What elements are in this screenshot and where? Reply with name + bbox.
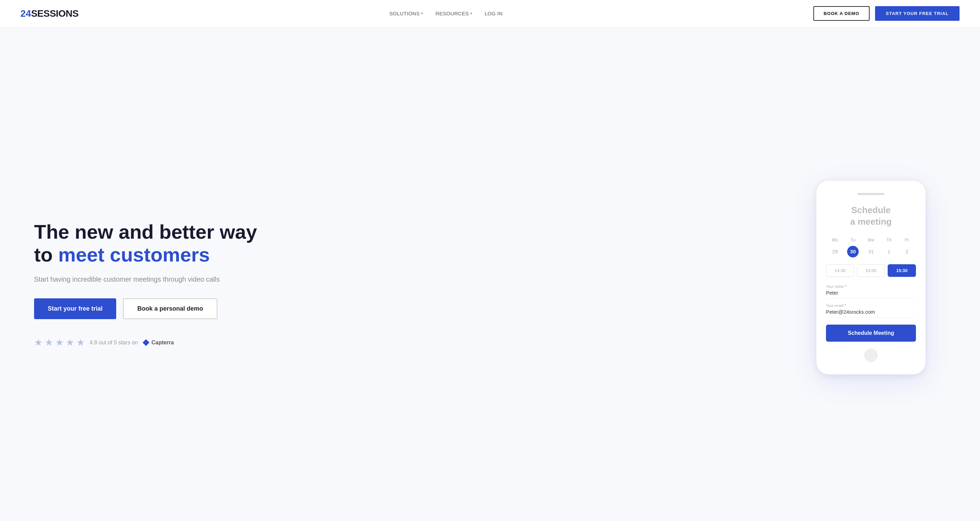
- cal-day-th: Th: [880, 237, 898, 242]
- book-demo-hero-button[interactable]: Book a personal demo: [123, 298, 217, 319]
- capterra-badge[interactable]: Capterra: [142, 339, 174, 346]
- cal-date-30[interactable]: 30: [847, 246, 859, 257]
- star-rating: ★ ★ ★ ★ ★: [34, 337, 85, 348]
- email-value: Peter@24srocks.com: [826, 309, 916, 318]
- name-label: Your name *: [826, 284, 916, 288]
- hero-cta-group: Start your free trial Book a personal de…: [34, 298, 257, 319]
- nav-actions: BOOK A DEMO START YOUR FREE TRIAL: [813, 6, 959, 21]
- cal-date-31[interactable]: 31: [865, 246, 877, 257]
- logo-text: SESSIONS: [31, 8, 78, 19]
- logo[interactable]: 24 SESSIONS: [21, 8, 78, 19]
- cal-date-1[interactable]: 1: [883, 246, 895, 257]
- hero-content: The new and better way to meet customers…: [34, 207, 257, 348]
- nav-links: SOLUTIONS ▾ RESOURCES ▾ LOG IN: [389, 11, 502, 16]
- hero-subtitle: Start having incredible customer meeting…: [34, 276, 257, 284]
- cal-date-2[interactable]: 2: [901, 246, 913, 257]
- book-demo-button[interactable]: BOOK A DEMO: [813, 6, 870, 21]
- capterra-icon: [142, 339, 149, 346]
- cal-day-fr: Fr: [898, 237, 916, 242]
- star-1: ★: [34, 337, 43, 348]
- email-label: Your email *: [826, 303, 916, 308]
- booking-form: Your name * Peter Your email * Peter@24s…: [826, 284, 916, 342]
- hero-section: The new and better way to meet customers…: [0, 27, 980, 521]
- name-required: *: [845, 284, 846, 288]
- star-4: ★: [66, 337, 74, 348]
- hero-title-line1: The new and better way: [34, 221, 257, 243]
- cal-day-mo: Mo: [826, 237, 844, 242]
- hero-title-line2-plain: to: [34, 244, 58, 266]
- nav-solutions[interactable]: SOLUTIONS ▾: [389, 11, 423, 16]
- email-required: *: [845, 303, 846, 308]
- time-slots: 14:30 15:00 15:30: [826, 264, 916, 277]
- cal-date-29[interactable]: 29: [829, 246, 841, 257]
- star-5-half: ★: [76, 337, 85, 348]
- cal-day-tu: Tu: [844, 237, 862, 242]
- start-trial-nav-button[interactable]: START YOUR FREE TRIAL: [875, 6, 959, 21]
- nav-login[interactable]: LOG IN: [485, 11, 503, 16]
- time-slot-1500[interactable]: 15:00: [857, 264, 885, 277]
- hero-visual: Schedule a meeting Mo Tu We Th Fr 29 30 …: [783, 181, 959, 374]
- start-trial-hero-button[interactable]: Start your free trial: [34, 298, 116, 319]
- rating-section: ★ ★ ★ ★ ★ 4.8 out of 5 stars on Capterra: [34, 337, 257, 348]
- time-slot-1530[interactable]: 15:30: [888, 264, 916, 277]
- nav-resources[interactable]: RESOURCES ▾: [436, 11, 472, 16]
- phone-schedule-title: Schedule a meeting: [850, 205, 891, 228]
- calendar-header: Mo Tu We Th Fr: [826, 237, 916, 242]
- logo-number: 24: [21, 8, 31, 19]
- star-2: ★: [45, 337, 53, 348]
- star-3: ★: [55, 337, 64, 348]
- hero-title: The new and better way to meet customers: [34, 221, 257, 266]
- name-value: Peter: [826, 290, 916, 299]
- chevron-down-icon: ▾: [421, 11, 423, 16]
- chevron-down-icon: ▾: [470, 11, 472, 16]
- phone-home-button[interactable]: [864, 349, 878, 362]
- calendar-dates: 29 30 31 1 2: [826, 246, 916, 257]
- phone-mockup: Schedule a meeting Mo Tu We Th Fr 29 30 …: [816, 181, 926, 374]
- navbar: 24 SESSIONS SOLUTIONS ▾ RESOURCES ▾ LOG …: [0, 0, 980, 27]
- hero-title-highlight: meet customers: [58, 244, 210, 266]
- phone-notch: [858, 193, 885, 195]
- capterra-label: Capterra: [151, 339, 174, 346]
- schedule-meeting-button[interactable]: Schedule Meeting: [826, 325, 916, 342]
- rating-text: 4.8 out of 5 stars on: [90, 339, 138, 346]
- cal-day-we: We: [862, 237, 880, 242]
- time-slot-1430[interactable]: 14:30: [826, 264, 854, 277]
